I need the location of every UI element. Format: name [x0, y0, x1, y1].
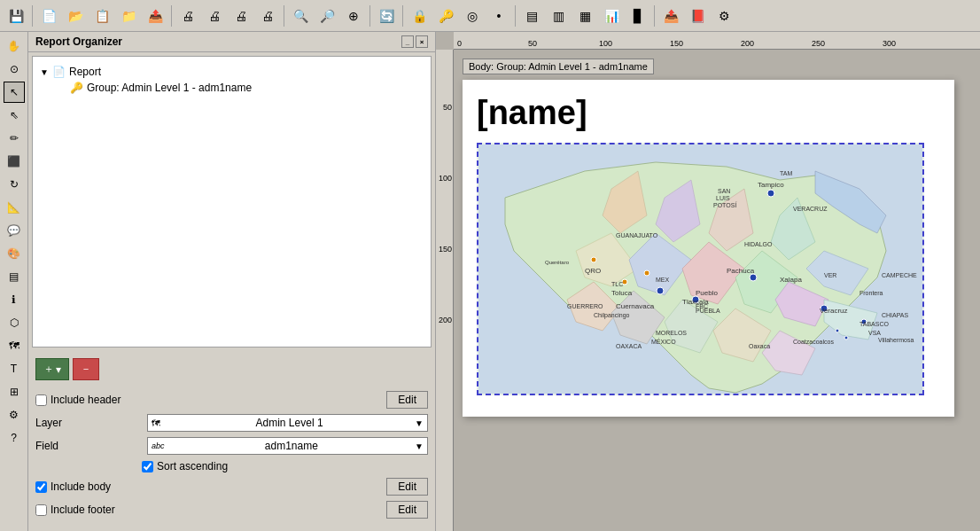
help-tool-button[interactable]: ?	[4, 427, 25, 449]
include-header-edit-button[interactable]: Edit	[386, 391, 428, 409]
folder-button[interactable]: 📁	[116, 4, 141, 28]
field-select[interactable]: abc adm1name ▼	[147, 437, 428, 455]
zoom-out-button[interactable]: 🔎	[315, 4, 339, 28]
export-button[interactable]: 📤	[143, 4, 167, 28]
add-remove-bar: ＋ ▾ －	[35, 358, 428, 380]
sep3	[284, 5, 284, 27]
layer-row: Layer 🗺 Admin Level 1 ▼	[35, 414, 428, 432]
panel-title: Report Organizer	[35, 35, 122, 48]
layer2-button[interactable]: ▥	[546, 4, 571, 28]
label-tampico: Tampico	[758, 181, 784, 189]
rotate-tool-button[interactable]: ↻	[4, 174, 25, 195]
key-button[interactable]: 🔑	[433, 4, 458, 28]
include-body-label: Include body	[51, 480, 111, 493]
dot-button[interactable]: •	[486, 4, 511, 28]
label-slp3: POTOSÍ	[713, 201, 736, 208]
include-footer-label: Include footer	[51, 504, 115, 516]
field-select-icon: abc	[152, 441, 165, 450]
pdf-button[interactable]: 📕	[685, 4, 710, 28]
add-label: ▾	[56, 363, 61, 376]
tree-group-item[interactable]: 🔑 Group: Admin Level 1 - adm1name	[58, 80, 424, 96]
label-mex: MEX	[656, 277, 670, 283]
open-button[interactable]: 📂	[63, 4, 88, 28]
print3-button[interactable]: 🖨	[229, 4, 253, 28]
identify-tool-button[interactable]: ℹ	[4, 289, 25, 310]
new-button[interactable]: 📄	[36, 4, 61, 28]
report-tree: ▼ 📄 Report 🔑 Group: Admin Level 1 - adm1…	[32, 56, 432, 347]
field-select-value: adm1name	[265, 440, 318, 452]
save-copy-button[interactable]: 📋	[89, 4, 114, 28]
include-footer-checkbox-wrapper: Include footer	[35, 504, 115, 516]
grid-tool-button[interactable]: ⊞	[4, 381, 25, 402]
label-veracruz2: Veracruz	[820, 307, 848, 315]
print-button[interactable]: 🖨	[175, 4, 200, 28]
lock-button[interactable]: 🔒	[407, 4, 432, 28]
sort-ascending-checkbox[interactable]	[142, 461, 153, 472]
layer3-button[interactable]: ▦	[572, 4, 597, 28]
body-status-label: Body: Group: Admin Level 1 - adm1name	[463, 59, 654, 74]
pan-tool-button[interactable]: ⊙	[4, 59, 25, 80]
label-fbc: FBC	[696, 303, 708, 309]
arrow-tool-button[interactable]: ⇖	[4, 105, 25, 126]
city-tampico	[767, 190, 774, 197]
settings-tool-button[interactable]: ⚙	[4, 404, 25, 426]
panel-minimize-button[interactable]: _	[401, 35, 414, 48]
label-frontera: Frontera	[859, 290, 883, 296]
city-coa1	[836, 329, 839, 332]
city-toluca	[644, 270, 649, 276]
text-tool-button[interactable]: T	[4, 358, 25, 379]
layer-select[interactable]: 🗺 Admin Level 1 ▼	[147, 414, 428, 432]
sep6	[515, 5, 516, 27]
refresh-button[interactable]: 🔄	[374, 4, 399, 28]
layer1-button[interactable]: ▤	[519, 4, 544, 28]
report-name-placeholder: [name]	[477, 94, 940, 132]
label-campeche: CAMPECHE	[882, 272, 917, 278]
hand-tool-button[interactable]: ✋	[4, 35, 25, 57]
edit-tool-button[interactable]: ✏	[4, 128, 25, 149]
label-oaxaca: OAXACA	[616, 343, 642, 349]
city-coa2	[844, 336, 848, 340]
remove-group-button[interactable]: －	[73, 358, 99, 380]
zoom-in-button[interactable]: 🔍	[288, 4, 313, 28]
add-group-button[interactable]: ＋ ▾	[35, 358, 69, 380]
canvas-scroll-area[interactable]: Body: Group: Admin Level 1 - adm1name [n…	[454, 50, 980, 531]
sep4	[369, 5, 370, 27]
map-tool-button[interactable]: 🗺	[4, 335, 25, 356]
tree-root-item[interactable]: ▼ 📄 Report	[40, 64, 424, 80]
circle-button[interactable]: ◎	[460, 4, 485, 28]
label-xalapa: Xalapa	[780, 276, 802, 284]
zoom-full-button[interactable]: ⊕	[341, 4, 366, 28]
include-body-edit-button[interactable]: Edit	[386, 478, 428, 496]
select-tool-button[interactable]: ↖	[4, 82, 25, 103]
include-body-checkbox[interactable]	[35, 481, 47, 493]
chart-button[interactable]: 📊	[599, 4, 624, 28]
settings-button[interactable]: ⚙	[712, 4, 736, 28]
layer-select-value: Admin Level 1	[256, 417, 323, 429]
include-header-checkbox[interactable]	[35, 394, 47, 406]
export2-button[interactable]: 📤	[658, 4, 683, 28]
layer-select-icon: 🗺	[152, 418, 160, 428]
bar-button[interactable]: ▊	[626, 4, 650, 28]
measure-tool-button[interactable]: 📐	[4, 197, 25, 218]
sep1	[32, 5, 33, 27]
poly-tool-button[interactable]: ⬡	[4, 312, 25, 333]
print2-button[interactable]: 🖨	[202, 4, 227, 28]
ruler-vtick-200: 200	[439, 316, 452, 324]
label-tlc-text: TLC	[611, 281, 623, 287]
tree-group-label: Group: Admin Level 1 - adm1name	[87, 82, 252, 94]
label-toluca: Toluca	[611, 289, 633, 297]
city-qro	[591, 257, 596, 262]
color-tool-button[interactable]: 🎨	[4, 243, 25, 264]
include-header-row: Include header Edit	[35, 391, 428, 409]
include-footer-checkbox[interactable]	[35, 504, 47, 516]
ruler-tick-300: 300	[883, 39, 896, 48]
content-area: 0 50 100 150 200 250 300 50 100 150 200	[436, 32, 980, 531]
layer-tool-button[interactable]: ▤	[4, 266, 25, 287]
node-tool-button[interactable]: ⬛	[4, 151, 25, 172]
include-footer-edit-button[interactable]: Edit	[386, 501, 428, 519]
panel-close-button[interactable]: ×	[416, 35, 428, 48]
layer-label: Layer	[35, 417, 142, 429]
annotate-tool-button[interactable]: 💬	[4, 220, 25, 241]
save-button[interactable]: 💾	[4, 4, 28, 28]
print4-button[interactable]: 🖨	[255, 4, 280, 28]
